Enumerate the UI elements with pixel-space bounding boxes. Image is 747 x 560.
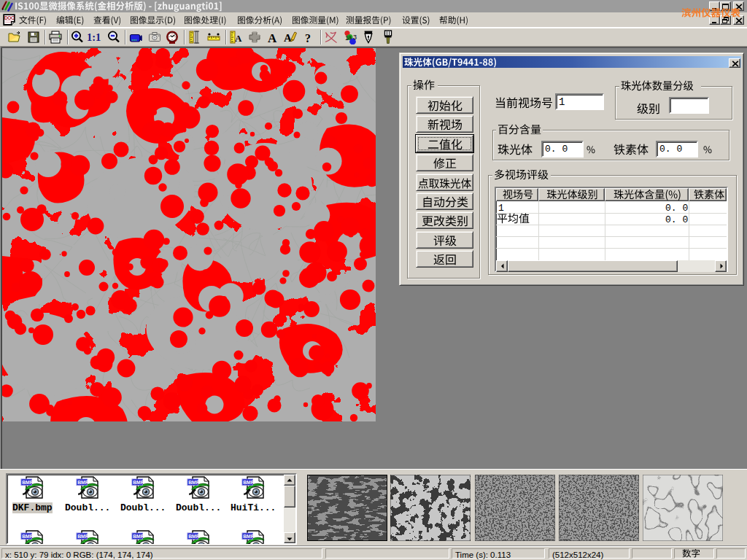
svg-text:DOC: DOC bbox=[4, 15, 15, 20]
svg-text:a: a bbox=[348, 34, 352, 41]
svg-text:?: ? bbox=[305, 32, 311, 44]
svg-text:A: A bbox=[268, 31, 277, 45]
svg-text:3: 3 bbox=[353, 34, 357, 41]
svg-text:A: A bbox=[235, 33, 242, 44]
svg-text:1:1: 1:1 bbox=[87, 31, 101, 43]
